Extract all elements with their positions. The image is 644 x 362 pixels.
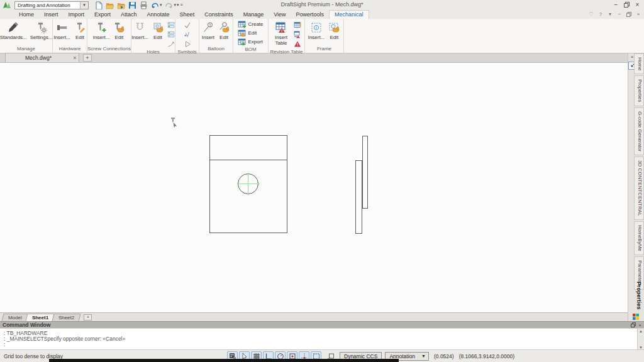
import-file-button[interactable] <box>116 1 125 9</box>
tab-powertools[interactable]: Powertools <box>291 11 330 19</box>
tab-manage[interactable]: Manage <box>238 11 269 19</box>
screw-edit-button[interactable]: Edit <box>111 20 126 41</box>
hole-callout-button[interactable] <box>167 21 175 29</box>
revision-warning-button[interactable] <box>293 40 302 48</box>
redo-icon <box>165 1 173 9</box>
hardware-edit-button[interactable]: Edit <box>72 20 87 41</box>
command-line-2: : _MAINSELECTSpecify opposite corner: «C… <box>4 336 644 342</box>
group-label-bom: BOM <box>233 46 268 53</box>
tab-constraints[interactable]: Constraints <box>199 11 238 19</box>
settings-button[interactable]: Settings... <box>29 20 54 41</box>
command-prompt[interactable]: : <box>4 342 644 348</box>
tab-annotate[interactable]: Annotate <box>142 11 175 19</box>
side-view-plate-a[interactable] <box>362 136 368 209</box>
standards-button[interactable]: Standards... <box>0 20 28 41</box>
redo-button[interactable] <box>165 1 174 9</box>
command-close-icon[interactable]: × <box>638 322 641 328</box>
revision-merge-button[interactable] <box>293 30 302 38</box>
balloon-insert-button[interactable]: Insert <box>201 20 216 41</box>
save-button[interactable] <box>128 1 136 9</box>
command-window-header[interactable]: Command Window × <box>0 321 644 328</box>
open-file-button[interactable] <box>105 1 114 9</box>
tab-mechanical[interactable]: Mechanical <box>329 10 369 19</box>
frame-edit-hand-icon <box>328 21 340 35</box>
new-file-button[interactable] <box>94 1 103 9</box>
sheet-tab-model[interactable]: Model <box>2 314 29 321</box>
document-tab-close-icon[interactable]: × <box>71 55 79 61</box>
redo-dropdown-button[interactable]: ▾ <box>174 3 177 8</box>
command-scrollbar[interactable]: ▲ ▼ <box>637 329 644 350</box>
leader-button[interactable] <box>167 40 175 48</box>
undo-dropdown-button[interactable]: ▾ <box>160 3 162 8</box>
ribbon-options-button[interactable]: ▾ <box>606 11 614 17</box>
tab-export[interactable]: Export <box>89 11 116 19</box>
new-document-tab-button[interactable]: + <box>83 54 92 62</box>
scroll-up-icon[interactable]: ▲ <box>639 329 643 334</box>
balloon-edit-button[interactable]: Edit <box>216 20 231 41</box>
revision-insert-table-button[interactable]: Insert Table <box>270 20 292 47</box>
bom-create-button[interactable]: Create <box>236 20 264 28</box>
chevron-down-icon: ▼ <box>421 354 426 358</box>
command-float-icon[interactable] <box>631 322 636 327</box>
doc-minimize-button[interactable]: − <box>615 11 624 17</box>
bottom-dark-strip <box>49 359 399 362</box>
holes-insert-button[interactable]: Insert... <box>130 20 150 41</box>
front-view-edge-line[interactable] <box>210 160 287 160</box>
active-panel-label[interactable]: Properties <box>636 282 642 310</box>
centerline-horizontal[interactable] <box>237 184 260 184</box>
rail-tab-homebyme[interactable]: HomeByMe <box>634 221 644 255</box>
surface-finish-button[interactable] <box>183 30 192 38</box>
workspace-dropdown[interactable]: Drafting and Annotation ▾ <box>14 1 89 9</box>
command-log[interactable]: : TB_HARDWARE : _MAINSELECTSpecify oppos… <box>0 328 644 349</box>
side-view-plate-b[interactable] <box>355 160 362 234</box>
bom-create-icon <box>238 20 246 28</box>
bom-export-icon <box>238 38 246 46</box>
revision-row-button[interactable] <box>293 21 302 29</box>
doc-close-button[interactable]: × <box>634 11 643 17</box>
revision-row-icon <box>294 21 301 29</box>
hole-callout-alt-button[interactable] <box>167 30 175 38</box>
screw-hand-icon <box>113 21 125 35</box>
sheet-tab-sheet1[interactable]: Sheet1 <box>25 314 55 321</box>
hardware-insert-button[interactable]: Insert... <box>52 20 72 41</box>
tab-home[interactable]: Home <box>14 11 39 19</box>
customize-toolbar-button[interactable]: ▾ ≡ <box>177 3 183 8</box>
sheet-tab-sheet2[interactable]: Sheet2 <box>52 314 81 321</box>
tab-attach[interactable]: Attach <box>116 11 142 19</box>
bom-edit-icon <box>238 29 246 37</box>
tab-import[interactable]: Import <box>64 11 90 19</box>
minimize-button[interactable]: − <box>611 0 621 9</box>
tab-view[interactable]: View <box>269 11 291 19</box>
rail-tab-gcode-generator[interactable]: G-code Generator <box>634 107 644 155</box>
holes-edit-button[interactable]: Edit <box>150 20 165 41</box>
undo-button[interactable] <box>150 1 159 9</box>
group-frame: Insert... Edit Frame <box>305 19 344 53</box>
weld-symbol-button[interactable] <box>183 40 192 48</box>
rail-tab-3d-contentcentral[interactable]: 3D CONTENTCENTRAL <box>634 156 644 219</box>
draftsight-window: Drafting and Annotation ▾ ▾ <box>0 0 644 362</box>
print-button[interactable] <box>139 1 148 9</box>
bom-export-button[interactable]: Export <box>236 38 264 46</box>
frame-insert-button[interactable]: Insert... <box>307 20 326 41</box>
annotation-scale-value: Annotation <box>389 353 415 359</box>
tab-sheet[interactable]: Sheet <box>175 11 200 19</box>
checkmark-button[interactable] <box>183 21 192 29</box>
close-button[interactable]: × <box>632 0 643 9</box>
doc-restore-button[interactable] <box>625 12 633 17</box>
centerline-vertical[interactable] <box>248 173 248 195</box>
command-window-title: Command Window <box>3 322 631 328</box>
frame-edit-button[interactable]: Edit <box>326 20 341 41</box>
favorite-heart-icon[interactable]: ♡ <box>587 11 596 17</box>
rail-tab-properties[interactable]: Properties <box>634 75 644 106</box>
group-balloon: Insert Edit Balloon <box>199 19 233 53</box>
bom-edit-button[interactable]: Edit <box>236 29 264 37</box>
restore-button[interactable] <box>621 0 632 9</box>
tab-insert[interactable]: Insert <box>39 11 64 19</box>
group-label-balloon: Balloon <box>199 45 233 53</box>
screw-insert-button[interactable]: Insert... <box>92 20 111 41</box>
document-tab-mech[interactable]: Mech.dwg* × <box>5 53 79 62</box>
drawing-canvas[interactable] <box>0 63 628 312</box>
help-button[interactable]: ? <box>596 11 605 17</box>
rail-tab-home[interactable]: Home <box>634 53 644 74</box>
new-sheet-button[interactable]: + <box>84 314 92 321</box>
